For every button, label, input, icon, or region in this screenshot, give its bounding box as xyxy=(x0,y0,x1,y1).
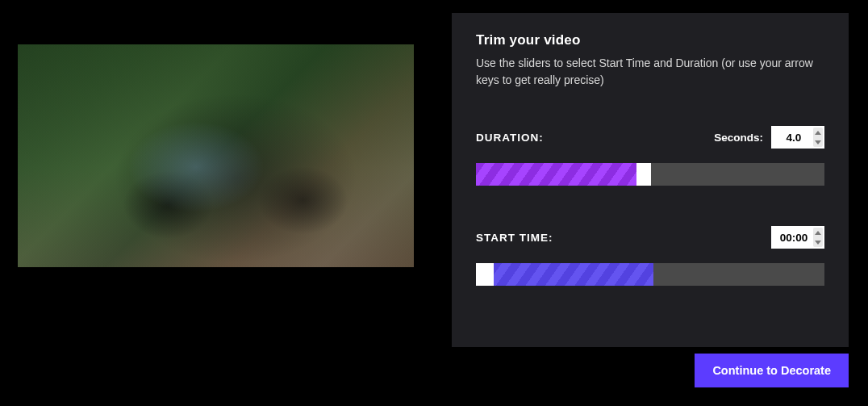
start-time-slider[interactable] xyxy=(476,263,824,286)
trim-panel: Trim your video Use the sliders to selec… xyxy=(452,13,849,347)
start-time-input[interactable]: 00:00 xyxy=(771,226,824,249)
start-time-slider-fill xyxy=(494,263,654,286)
duration-step-up[interactable] xyxy=(813,128,823,137)
duration-slider-handle[interactable] xyxy=(636,163,651,186)
panel-title: Trim your video xyxy=(476,32,824,48)
duration-slider-fill xyxy=(476,163,636,186)
start-time-row: START TIME: 00:00 xyxy=(476,226,824,249)
chevron-down-icon xyxy=(815,140,821,144)
panel-description: Use the sliders to select Start Time and… xyxy=(476,55,824,89)
start-time-step-up[interactable] xyxy=(813,228,823,237)
start-time-value-group: 00:00 xyxy=(771,226,824,249)
duration-slider[interactable] xyxy=(476,163,824,186)
duration-label: DURATION: xyxy=(476,132,544,144)
chevron-up-icon xyxy=(815,231,821,235)
duration-unit: Seconds: xyxy=(714,132,763,144)
duration-input-value: 4.0 xyxy=(778,132,810,144)
start-time-input-value: 00:00 xyxy=(778,232,810,244)
continue-button[interactable]: Continue to Decorate xyxy=(695,354,849,387)
duration-input[interactable]: 4.0 xyxy=(771,126,824,149)
video-preview xyxy=(18,44,414,267)
start-time-step-down[interactable] xyxy=(813,237,823,247)
duration-spinner xyxy=(813,128,823,147)
chevron-down-icon xyxy=(815,241,821,245)
start-time-label: START TIME: xyxy=(476,232,553,244)
chevron-up-icon xyxy=(815,131,821,135)
duration-value-group: Seconds: 4.0 xyxy=(714,126,824,149)
start-time-spinner xyxy=(813,228,823,247)
duration-step-down[interactable] xyxy=(813,137,823,147)
start-time-slider-handle[interactable] xyxy=(476,263,494,286)
duration-row: DURATION: Seconds: 4.0 xyxy=(476,126,824,149)
